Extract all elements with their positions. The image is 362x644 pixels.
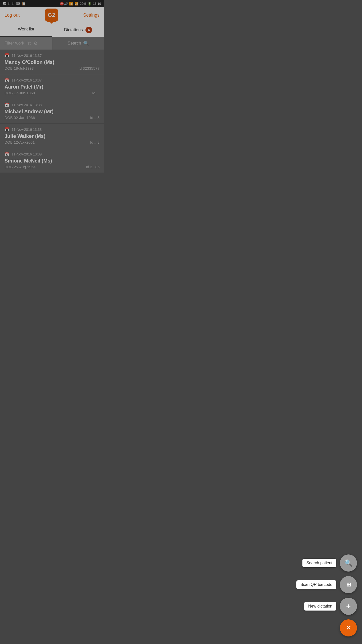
worklist-tab-label: Work list — [18, 27, 34, 31]
item-dob: DOB 25-Aug-1954 — [5, 165, 35, 169]
item-dob: DOB 17-Jun-1968 — [5, 91, 35, 95]
calendar-icon: 📅 — [5, 127, 10, 132]
filter-search-bar: Filter work list ⚙ Search 🔍 — [0, 37, 104, 50]
item-dob: DOB 02-Jan-1936 — [5, 115, 35, 120]
list-item[interactable]: 📅 11-Nov-2016 13:38 Julie Walker (Ms) DO… — [0, 124, 104, 148]
download-icon-1: ⬇ — [8, 2, 10, 6]
tab-bar: Work list Dictations 4 — [0, 23, 104, 37]
item-name: Mandy O'Collon (Ms) — [5, 59, 100, 65]
calendar-icon: 📅 — [5, 102, 10, 107]
header: Log out G2 Settings — [0, 7, 104, 23]
keyboard-icon: ⌨ — [16, 2, 20, 6]
status-bar: 🖼 ⬇ ⬇ ⌨ 📋 ⛔🔊 📶 📶 22% 🔋 16:19 — [0, 0, 104, 7]
settings-button[interactable]: Settings — [83, 13, 100, 18]
item-id: Id ... — [92, 91, 100, 95]
item-date: 📅 11-Nov-2016 13:38 — [5, 127, 100, 132]
calendar-icon: 📅 — [5, 78, 10, 83]
filter-worklist-label: Filter work list — [5, 41, 31, 46]
clipboard-icon: 📋 — [22, 2, 26, 6]
list-item[interactable]: 📅 11-Nov-2016 13:37 Aaron Patel (Mr) DOB… — [0, 74, 104, 99]
list-item[interactable]: 📅 11-Nov-2016 13:37 Mandy O'Collon (Ms) … — [0, 50, 104, 74]
item-id: Id ...3 — [90, 115, 100, 120]
list-item[interactable]: 📅 11-Nov-2016 13:38 Michael Andrew (Mr) … — [0, 99, 104, 124]
item-name: Julie Walker (Ms) — [5, 133, 100, 139]
item-id: Id 3...85 — [86, 165, 100, 169]
item-dob: DOB 12-Apr-2001 — [5, 140, 35, 144]
dictations-badge: 4 — [85, 27, 92, 33]
search-icon: 🔍 — [83, 41, 89, 46]
download-icon-2: ⬇ — [12, 2, 14, 6]
gallery-icon: 🖼 — [3, 2, 6, 6]
search-label: Search — [68, 41, 81, 46]
tab-worklist[interactable]: Work list — [0, 23, 52, 37]
search-button[interactable]: Search 🔍 — [52, 37, 104, 50]
item-name: Michael Andrew (Mr) — [5, 109, 60, 114]
status-right-info: ⛔🔊 📶 📶 22% 🔋 16:19 — [60, 2, 101, 6]
clock: 16:19 — [93, 2, 101, 6]
battery-icon: 🔋 — [87, 2, 92, 6]
app-logo: G2 — [45, 9, 58, 22]
signal-icon: 📶 — [74, 2, 78, 6]
item-name: Aaron Patel (Mr) — [5, 84, 100, 90]
item-id: Id ...3 — [90, 140, 100, 144]
item-date: 📅 11-Nov-2016 13:37 — [5, 53, 100, 58]
status-left-icons: 🖼 ⬇ ⬇ ⌨ 📋 — [3, 2, 26, 6]
battery-level: 22% — [80, 2, 86, 6]
tab-dictations[interactable]: Dictations 4 — [52, 23, 104, 37]
calendar-icon: 📅 — [5, 152, 10, 156]
wifi-icon: 📶 — [69, 2, 73, 6]
list-item[interactable]: 📅 11-Nov-2016 13:39 Simone McNeil (Ms) D… — [0, 148, 104, 173]
filter-worklist-button[interactable]: Filter work list ⚙ — [0, 37, 52, 50]
item-date: 📅 11-Nov-2016 13:39 — [5, 152, 100, 156]
item-id: Id 32335577 — [79, 66, 100, 70]
item-date: 📅 11-Nov-2016 13:37 — [5, 78, 100, 83]
item-name: Simone McNeil (Ms) — [5, 158, 100, 164]
bluetooth-icon: ⛔🔊 — [60, 2, 68, 6]
item-dob: DOB 18-Jul-1993 — [5, 66, 34, 70]
calendar-icon: 📅 — [5, 53, 10, 58]
filter-icon: ⚙ — [34, 41, 38, 46]
item-date: 📅 11-Nov-2016 13:38 — [5, 102, 100, 107]
logout-button[interactable]: Log out — [5, 13, 20, 18]
work-list: 📅 11-Nov-2016 13:37 Mandy O'Collon (Ms) … — [0, 50, 104, 173]
dictations-tab-label: Dictations — [64, 27, 83, 32]
